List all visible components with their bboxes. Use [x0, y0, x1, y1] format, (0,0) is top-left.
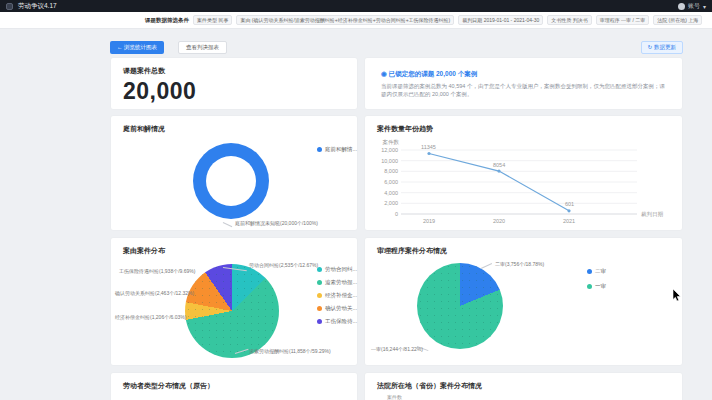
- cause-callout-remuneration: 追索劳动报酬纠纷(11,858个/59.29%): [249, 348, 331, 354]
- y-tick: 4,000: [384, 190, 398, 196]
- megaphone-icon: ◉: [381, 70, 387, 77]
- y-tick: 10,000: [381, 158, 398, 164]
- procedure-distribution-card: 审理程序案件分布情况 二审(3,756个/18.78%) 一审(16,244个/…: [364, 237, 683, 366]
- cause-callout-contract: 劳动合同纠纷(2,535个/12.67%): [249, 262, 318, 268]
- total-cases-value: 20,000: [123, 78, 196, 105]
- plaintiff-type-title: 劳动者类型分布情况（原告）: [123, 381, 214, 391]
- legend-dot: [587, 269, 592, 274]
- point-label: 11345: [421, 144, 436, 150]
- legend-label: 确认劳动关...: [325, 305, 357, 312]
- legend-dot: [317, 319, 322, 324]
- filter-tag-date[interactable]: 裁判日期 2019-01-01 - 2021-04-30: [458, 15, 543, 25]
- procedure-legend-item[interactable]: 二审: [587, 268, 606, 275]
- settlement-title: 庭前和解情况: [123, 124, 165, 134]
- notice-card: ◉已锁定您的课题 20,000 个案例 当前课题筛选的案例总数为 40,594 …: [364, 57, 683, 110]
- avatar-icon: [678, 3, 685, 10]
- data-update-button[interactable]: ↻ 数据更新: [641, 41, 683, 54]
- point-label: 8054: [493, 162, 505, 168]
- x-tick: 2020: [493, 218, 505, 224]
- notice-body: 当前课题筛选的案例总数为 40,594 个，由于您是个人专业版用户，案例数会受到…: [381, 82, 669, 98]
- x-tick: 2021: [563, 218, 575, 224]
- point-label: 601: [565, 201, 574, 207]
- legend-dot: [317, 280, 322, 285]
- settlement-callout: 庭前和解情况未知晓(20,000个/100%): [235, 220, 318, 226]
- legend-dot: [587, 284, 592, 289]
- filter-tag-procedure[interactable]: 审理程序 一审 / 二审: [596, 15, 650, 25]
- cause-title: 案由案件分布: [123, 246, 165, 256]
- legend-label: 一审: [595, 283, 606, 290]
- legend-label: 劳动合同纠...: [325, 266, 357, 273]
- notice-title: ◉已锁定您的课题 20,000 个案例: [381, 70, 477, 79]
- filter-tag-cause[interactable]: 案由 (确认劳动关系纠纷/追索劳动报酬纠纷+经济补偿金纠纷+劳动合同纠纷+工伤保…: [236, 15, 454, 25]
- cause-legend-item[interactable]: 经济补偿金...: [317, 292, 357, 299]
- procedure-callout-first: 一审(16,244个/81.22%): [371, 346, 423, 352]
- y-tick: 6,000: [384, 179, 398, 185]
- filter-tag-case-type[interactable]: 案件类型 民事: [193, 15, 232, 25]
- chevron-down-icon: ▾: [703, 3, 706, 10]
- legend-label: 工伤保险待...: [325, 318, 357, 325]
- cause-distribution-card: 案由案件分布 工伤保险待遇纠纷(1,938个/9.69%) 劳动合同纠纷(2,5…: [110, 237, 358, 366]
- legend-label: 经济补偿金...: [325, 292, 357, 299]
- filter-tag-doc-type[interactable]: 文书性质 判决书: [547, 15, 591, 25]
- trend-card: 案件数量年份趋势 案件数 12,000 10,000 8,000 6,000 4…: [364, 115, 683, 231]
- filter-bar-label: 课题数据筛选条件: [145, 17, 189, 24]
- x-axis-label: 裁判日期: [641, 211, 664, 218]
- notice-title-text: 已锁定您的课题 20,000 个案例: [389, 70, 478, 77]
- account-menu[interactable]: 账号 ▾: [678, 0, 706, 12]
- settlement-card: 庭前和解情况 庭前和解情... 庭前和解情况未知晓(20,000个/100%): [110, 115, 358, 231]
- court-province-title: 法院所在地（省份）案件分布情况: [377, 381, 482, 391]
- y-tick: 12,000: [381, 147, 398, 153]
- callout-line: [481, 263, 492, 269]
- settlement-legend-item[interactable]: 庭前和解情...: [317, 146, 357, 153]
- plaintiff-type-card: 劳动者类型分布情况（原告）: [110, 372, 358, 400]
- judgment-report-tab[interactable]: 查看判决报表: [178, 41, 227, 54]
- y-axis-label: 案件数: [383, 139, 400, 145]
- procedure-callout-second: 二审(3,756个/18.78%): [495, 261, 544, 267]
- legend-dot: [317, 267, 322, 272]
- cause-legend-item[interactable]: 劳动合同纠...: [317, 266, 357, 273]
- legend-dot: [317, 306, 322, 311]
- cause-pie-chart[interactable]: [185, 264, 279, 358]
- mouse-cursor: [672, 289, 682, 302]
- cause-legend-item[interactable]: 追索劳动报...: [317, 279, 357, 286]
- donut-hole: [206, 156, 256, 206]
- cause-legend-item[interactable]: 工伤保险待...: [317, 318, 357, 325]
- y-tick: 0: [395, 211, 398, 217]
- cause-legend-item[interactable]: 确认劳动关...: [317, 305, 357, 312]
- legend-label: 庭前和解情...: [325, 146, 357, 153]
- back-to-stats-button[interactable]: ← 浏览统计图表: [110, 41, 164, 54]
- callout-line: [223, 222, 232, 227]
- trend-title: 案件数量年份趋势: [377, 124, 433, 134]
- legend-dot: [317, 147, 322, 152]
- total-cases-title: 课题案件总数: [123, 66, 165, 76]
- trend-line-chart[interactable]: 案件数 12,000 10,000 8,000 6,000 4,000 2,00…: [369, 136, 679, 228]
- top-bar: 劳动争议4.17 账号 ▾: [0, 0, 712, 12]
- procedure-legend-item[interactable]: 一审: [587, 283, 606, 290]
- y-tick: 2,000: [384, 200, 398, 206]
- court-province-card: 法院所在地（省份）案件分布情况 案件数: [364, 372, 683, 400]
- app-logo-icon: [6, 3, 13, 10]
- cause-callout-compensation: 经济补偿金纠纷(1,206个/6.03%): [115, 314, 186, 320]
- y-axis-label: 案件数: [387, 394, 402, 400]
- legend-label: 追索劳动报...: [325, 279, 357, 286]
- account-label: 账号: [688, 2, 700, 11]
- legend-dot: [317, 293, 322, 298]
- filter-bar: 课题数据筛选条件 案件类型 民事 案由 (确认劳动关系纠纷/追索劳动报酬纠纷+经…: [0, 12, 712, 29]
- filter-tag-court[interactable]: 法院 (所在地) 上海: [653, 15, 702, 25]
- legend-label: 二审: [595, 268, 606, 275]
- app-title: 劳动争议4.17: [18, 2, 57, 11]
- x-tick: 2019: [423, 218, 435, 224]
- y-tick: 8,000: [384, 168, 398, 174]
- cause-callout-confirm: 确认劳动关系纠纷(2,463个/12.32%): [115, 290, 194, 296]
- procedure-pie-chart[interactable]: [417, 263, 503, 349]
- total-cases-card: 课题案件总数 20,000: [110, 57, 358, 110]
- procedure-title: 审理程序案件分布情况: [377, 246, 447, 256]
- cause-callout-injury: 工伤保险待遇纠纷(1,938个/9.69%): [119, 268, 195, 274]
